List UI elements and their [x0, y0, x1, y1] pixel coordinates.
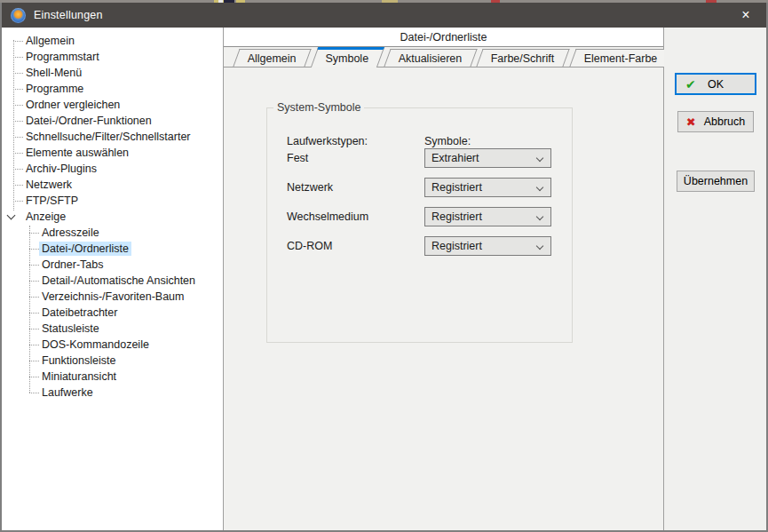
sidebar-item-shell-menü[interactable]: Shell-Menü: [2, 65, 223, 81]
tab-farbe-schrift[interactable]: Farbe/Schrift: [476, 49, 569, 67]
sidebar-item-label: Anzeige: [23, 210, 68, 224]
tab-aktualisieren[interactable]: Aktualisieren: [384, 49, 477, 67]
sidebar-item-schnellsuche-filter-schnellstarter[interactable]: Schnellsuche/Filter/Schnellstarter: [2, 129, 223, 145]
column-headers: Laufwerkstypen: Symbole:: [287, 135, 572, 148]
groupbox-title: System-Symbole: [273, 101, 364, 114]
symbol-select-netzwerk[interactable]: Registriert: [424, 178, 551, 197]
symbol-select-cd-rom[interactable]: Registriert: [424, 236, 551, 256]
sidebar-item-programme[interactable]: Programme: [2, 81, 223, 97]
sidebar-item-verzeichnis-favoriten-baum[interactable]: Verzeichnis-/Favoriten-Baum: [2, 289, 223, 305]
sidebar-item-label: Archiv-Plugins: [23, 162, 99, 176]
sidebar-item-label: Programmstart: [23, 50, 102, 64]
sidebar-item-datei-ordner-funktionen[interactable]: Datei-/Ordner-Funktionen: [2, 113, 223, 129]
sidebar-item-funktionsleiste[interactable]: Funktionsleiste: [2, 353, 223, 369]
sidebar-item-label: Ordner vergleichen: [23, 98, 123, 112]
sidebar-item-ordner-vergleichen[interactable]: Ordner vergleichen: [2, 97, 223, 113]
tree-connector: [29, 393, 39, 393]
sidebar-item-ftp-sftp[interactable]: FTP/SFTP: [2, 193, 223, 209]
column-header-laufwerkstypen: Laufwerkstypen:: [287, 135, 424, 148]
tree-connector: [29, 313, 39, 314]
dialog-buttons: ✔ OK ✖ Abbruch Übernehmen: [664, 28, 766, 530]
tab-bar: AllgemeinSymboleAktualisierenFarbe/Schri…: [224, 47, 663, 67]
sidebar-item-label: Laufwerke: [39, 385, 96, 400]
sidebar-item-label: Datei-/Ordnerliste: [39, 242, 131, 256]
sidebar-item-label: Detail-/Automatische Ansichten: [39, 274, 198, 288]
sidebar-item-datei-ordnerliste[interactable]: Datei-/Ordnerliste: [2, 241, 223, 257]
chevron-down-icon: [536, 213, 543, 220]
close-icon[interactable]: ×: [725, 3, 766, 28]
sidebar-item-label: FTP/SFTP: [23, 194, 81, 208]
sidebar-item-label: Netzwerk: [23, 178, 75, 192]
drive-type-label: CD-ROM: [287, 240, 424, 252]
settings-dialog: Einstellungen × AllgemeinProgrammstartSh…: [0, 3, 768, 532]
app-icon: [11, 8, 26, 23]
selected-value: Extrahiert: [432, 152, 479, 164]
sidebar-item-label: Statusleiste: [39, 322, 102, 336]
sidebar-item-label: DOS-Kommandozeile: [39, 337, 152, 352]
column-header-symbole: Symbole:: [424, 135, 471, 148]
sidebar-item-adresszeile[interactable]: Adresszeile: [2, 225, 223, 241]
page-title: Datei-/Ordnerliste: [224, 28, 663, 47]
sidebar-item-label: Ordner-Tabs: [39, 258, 106, 272]
sidebar-item-archiv-plugins[interactable]: Archiv-Plugins: [2, 161, 223, 177]
tab-label: Aktualisieren: [398, 52, 462, 65]
chevron-down-icon[interactable]: [7, 211, 16, 220]
tree-connector: [13, 153, 23, 154]
sidebar-item-label: Verzeichnis-/Favoriten-Baum: [39, 290, 186, 304]
dialog-content: AllgemeinProgrammstartShell-MenüProgramm…: [2, 28, 766, 530]
tree-connector: [29, 265, 39, 266]
tab-label: Element-Farbe: [583, 52, 657, 65]
drive-type-label: Fest: [287, 152, 424, 164]
sidebar-item-netzwerk[interactable]: Netzwerk: [2, 177, 223, 193]
symbol-select-fest[interactable]: Extrahiert: [424, 148, 551, 168]
tab-symbole[interactable]: Symbole: [311, 47, 384, 67]
sidebar-item-allgemein[interactable]: Allgemein: [2, 33, 223, 49]
selected-value: Registriert: [432, 240, 482, 252]
sidebar-item-label: Schnellsuche/Filter/Schnellstarter: [23, 130, 194, 144]
tab-page-symbole: System-Symbole Laufwerkstypen: Symbole: …: [224, 67, 663, 530]
tree-connector: [29, 361, 39, 361]
drive-type-label: Wechselmedium: [287, 210, 424, 223]
tab-element-farbe[interactable]: Element-Farbe: [569, 49, 672, 67]
drive-type-row-netzwerk: NetzwerkRegistriert: [287, 178, 572, 197]
sidebar-item-anzeige[interactable]: Anzeige: [2, 209, 223, 225]
sidebar-item-label: Datei-/Ordner-Funktionen: [23, 114, 154, 128]
ok-button[interactable]: ✔ OK: [675, 73, 756, 95]
tree-connector: [13, 121, 23, 122]
symbol-select-wechselmedium[interactable]: Registriert: [424, 207, 551, 226]
apply-button-label: Übernehmen: [684, 175, 748, 187]
selected-value: Registriert: [432, 210, 482, 223]
sidebar-item-elemente-auswählen[interactable]: Elemente auswählen: [2, 145, 223, 161]
drive-type-label: Netzwerk: [287, 181, 424, 194]
drive-type-row-fest: FestExtrahiert: [287, 148, 572, 168]
tree-connector: [29, 281, 39, 282]
sidebar-item-miniaturansicht[interactable]: Miniaturansicht: [2, 369, 223, 385]
tab-allgemein[interactable]: Allgemein: [233, 49, 311, 67]
sidebar-item-label: Elemente auswählen: [23, 146, 131, 160]
sidebar-item-laufwerke[interactable]: Laufwerke: [2, 385, 223, 401]
sidebar-item-label: Funktionsleiste: [39, 353, 118, 368]
settings-main-panel: Datei-/Ordnerliste AllgemeinSymboleAktua…: [223, 28, 664, 530]
cancel-button[interactable]: ✖ Abbruch: [677, 111, 754, 132]
drive-type-row-wechselmedium: WechselmediumRegistriert: [287, 207, 572, 226]
tab-label: Symbole: [325, 52, 368, 65]
sidebar-item-dateibetrachter[interactable]: Dateibetrachter: [2, 305, 223, 321]
chevron-down-icon: [536, 155, 543, 162]
tree-connector: [13, 185, 23, 186]
tree-connector: [29, 329, 39, 330]
tree-connector: [13, 169, 23, 170]
apply-button[interactable]: Übernehmen: [677, 171, 755, 192]
sidebar-item-statusleiste[interactable]: Statusleiste: [2, 321, 223, 337]
tree-connector: [13, 73, 23, 74]
window-title: Einstellungen: [34, 9, 103, 21]
sidebar-item-dos-kommandozeile[interactable]: DOS-Kommandozeile: [2, 337, 223, 353]
settings-tree: AllgemeinProgrammstartShell-MenüProgramm…: [2, 28, 223, 530]
tree-connector: [29, 345, 39, 345]
sidebar-item-detail-automatische-ansichten[interactable]: Detail-/Automatische Ansichten: [2, 273, 223, 289]
chevron-down-icon: [536, 184, 543, 191]
sidebar-item-ordner-tabs[interactable]: Ordner-Tabs: [2, 257, 223, 273]
tree-connector: [13, 137, 23, 138]
tree-connector: [13, 201, 23, 202]
sidebar-item-programmstart[interactable]: Programmstart: [2, 49, 223, 65]
cross-icon: ✖: [686, 115, 696, 129]
